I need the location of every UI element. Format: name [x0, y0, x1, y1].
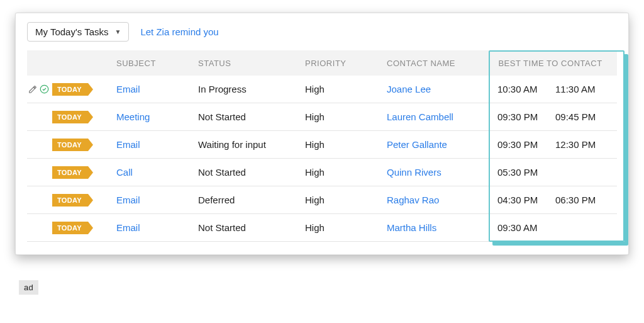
best-time-1: 04:30 PM — [497, 195, 555, 205]
best-time-1: 05:30 PM — [497, 167, 555, 178]
task-contact-link[interactable]: Lauren Cambell — [387, 111, 487, 122]
task-subject-link[interactable]: Call — [116, 167, 198, 178]
ad-label: ad — [19, 280, 38, 295]
table-row[interactable]: TODAY Email In Progress High Joane Lee 1… — [27, 76, 617, 103]
edit-icon[interactable] — [28, 85, 37, 94]
task-best-time: 09:30 PM 12:30 PM — [487, 139, 613, 150]
svg-point-0 — [40, 85, 48, 93]
task-priority: High — [305, 139, 387, 150]
task-contact-link[interactable]: Raghav Rao — [387, 195, 487, 205]
today-badge: TODAY — [52, 222, 88, 234]
table-row[interactable]: TODAY Call Not Started High Quinn Rivers… — [27, 159, 617, 186]
best-time-1: 10:30 AM — [497, 84, 555, 94]
table-row[interactable]: TODAY Meeting Not Started High Lauren Ca… — [27, 103, 617, 131]
task-subject-link[interactable]: Meeting — [116, 111, 198, 122]
topbar: My Today's Tasks ▼ Let Zia remind you — [16, 13, 628, 50]
best-time-1: 09:30 AM — [497, 222, 555, 233]
task-contact-link[interactable]: Martha Hills — [387, 222, 487, 233]
task-best-time: 09:30 AM — [487, 222, 613, 233]
best-time-1: 09:30 PM — [497, 139, 555, 150]
best-time-2: 11:30 AM — [555, 84, 613, 94]
col-header-priority[interactable]: PRIORITY — [305, 59, 387, 68]
view-selector-dropdown[interactable]: My Today's Tasks ▼ — [27, 22, 129, 42]
today-badge: TODAY — [52, 194, 88, 207]
best-time-2: 06:30 PM — [555, 195, 613, 205]
today-badge: TODAY — [52, 139, 88, 151]
complete-icon[interactable] — [40, 84, 49, 94]
col-header-contact[interactable]: CONTACT NAME — [387, 59, 487, 68]
task-best-time: 05:30 PM — [487, 167, 613, 178]
task-contact-link[interactable]: Peter Gallante — [387, 139, 487, 150]
today-badge: TODAY — [52, 111, 88, 123]
task-contact-link[interactable]: Quinn Rivers — [387, 167, 487, 178]
task-priority: High — [305, 195, 387, 205]
table-row[interactable]: TODAY Email Waiting for input High Peter… — [27, 131, 617, 159]
task-priority: High — [305, 111, 387, 122]
tasks-panel: My Today's Tasks ▼ Let Zia remind you SU… — [15, 13, 629, 255]
footer: ad — [19, 280, 629, 295]
zia-reminder-link[interactable]: Let Zia remind you — [140, 26, 218, 37]
task-contact-link[interactable]: Joane Lee — [387, 84, 487, 94]
task-subject-link[interactable]: Email — [116, 139, 198, 150]
task-priority: High — [305, 222, 387, 233]
task-status: Not Started — [198, 222, 305, 233]
today-badge: TODAY — [52, 83, 88, 96]
best-time-2: 09:45 PM — [555, 111, 613, 122]
task-best-time: 09:30 PM 09:45 PM — [487, 111, 613, 122]
task-priority: High — [305, 84, 387, 94]
task-status: Deferred — [198, 195, 305, 205]
task-status: In Progress — [198, 84, 305, 94]
view-selector-label: My Today's Tasks — [35, 26, 109, 37]
task-status: Waiting for input — [198, 139, 305, 150]
table-row[interactable]: TODAY Email Deferred High Raghav Rao 04:… — [27, 186, 617, 214]
task-subject-link[interactable]: Email — [116, 222, 198, 233]
task-best-time: 10:30 AM 11:30 AM — [487, 84, 613, 94]
best-time-2: 12:30 PM — [555, 139, 613, 150]
best-time-1: 09:30 PM — [497, 111, 555, 122]
task-subject-link[interactable]: Email — [116, 84, 198, 94]
chevron-down-icon: ▼ — [115, 28, 121, 35]
col-header-best-time[interactable]: BEST TIME TO CONTACT — [487, 59, 613, 68]
task-table: SUBJECT STATUS PRIORITY CONTACT NAME BES… — [16, 50, 628, 242]
task-status: Not Started — [198, 167, 305, 178]
task-subject-link[interactable]: Email — [116, 195, 198, 205]
today-badge: TODAY — [52, 166, 88, 179]
table-header: SUBJECT STATUS PRIORITY CONTACT NAME BES… — [27, 50, 617, 76]
table-row[interactable]: TODAY Email Not Started High Martha Hill… — [27, 214, 617, 242]
task-priority: High — [305, 167, 387, 178]
col-header-subject[interactable]: SUBJECT — [116, 59, 198, 68]
task-best-time: 04:30 PM 06:30 PM — [487, 195, 613, 205]
task-status: Not Started — [198, 111, 305, 122]
col-header-status[interactable]: STATUS — [198, 59, 305, 68]
